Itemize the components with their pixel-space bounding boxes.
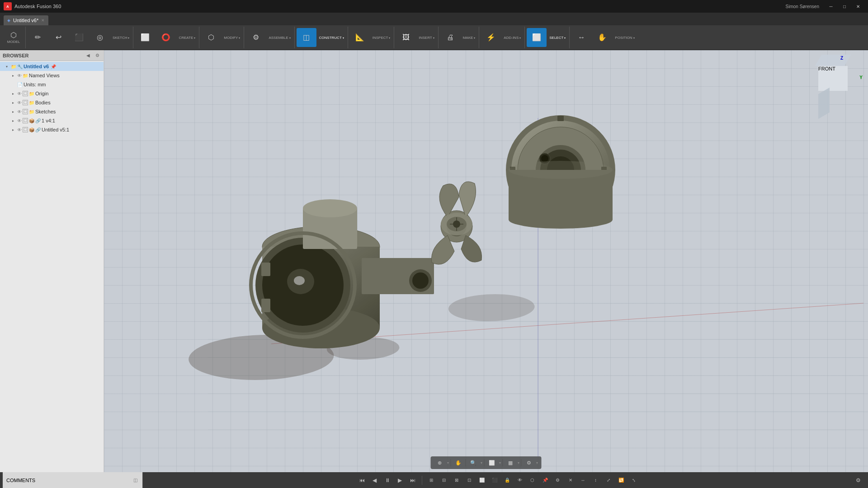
- inspect-dropdown[interactable]: INSPECT ▾: [371, 28, 392, 47]
- vc-zoom-button[interactable]: 🔍: [468, 458, 479, 468]
- position-button[interactable]: ↔: [571, 28, 591, 47]
- origin-check-icon: ☐: [23, 91, 28, 96]
- tree-item-bodies[interactable]: ▸ 👁 ☐ 📁 Bodies: [0, 98, 104, 107]
- timeline-rot-button[interactable]: ↕: [590, 475, 601, 486]
- construct-dropdown[interactable]: CONSTRUCT ▾: [317, 28, 346, 47]
- browser-title: BROWSER: [3, 53, 28, 58]
- named-views-expand-icon[interactable]: ▸: [10, 72, 16, 79]
- make-3d-button[interactable]: 🖨: [440, 28, 460, 47]
- close-button[interactable]: ✕: [852, 2, 864, 11]
- comments-expand-button[interactable]: ◫: [132, 477, 139, 484]
- maximize-button[interactable]: □: [838, 2, 851, 11]
- create-box-icon: ⬜: [141, 34, 150, 41]
- root-component-icon: 🔧: [17, 64, 23, 69]
- sketches-label: Sketches: [35, 109, 56, 114]
- insert-decal-button[interactable]: 🖼: [396, 28, 416, 47]
- vc-env-button[interactable]: ⚙: [524, 458, 534, 468]
- browser-collapse-button[interactable]: ◀: [85, 52, 92, 59]
- tree-item-origin[interactable]: ▸ 👁 ☐ 📁 Origin: [0, 89, 104, 98]
- inspect-measure-button[interactable]: 📐: [350, 28, 370, 47]
- sketch-project-button[interactable]: ◎: [90, 28, 110, 47]
- tab-close-button[interactable]: ✕: [41, 18, 45, 23]
- timeline-sup-button[interactable]: ⬡: [527, 475, 538, 486]
- origin-expand-icon[interactable]: ▸: [10, 90, 16, 97]
- modify-group: ⬡ MODIFY ▾: [199, 27, 244, 48]
- tree-item-sketches[interactable]: ▸ 👁 ☐ 📁 Sketches: [0, 107, 104, 116]
- timeline-joints-button[interactable]: ⚙: [552, 475, 563, 486]
- settings-button[interactable]: ⚙: [853, 475, 863, 486]
- timeline-fix-button[interactable]: 📌: [540, 475, 551, 486]
- timeline-fit-button[interactable]: ⤢: [603, 475, 614, 486]
- position-grab-button[interactable]: ✋: [592, 28, 612, 47]
- tree-item-root[interactable]: ▾ 📁 🔧 Untitled v6 📌: [0, 62, 104, 71]
- playback-play-button[interactable]: ▶: [395, 475, 406, 486]
- assemble-joint-button[interactable]: ⚙: [246, 28, 266, 47]
- sketch-dropdown[interactable]: SKETCH ▾: [111, 28, 131, 47]
- units-icons: 📄: [17, 82, 23, 87]
- create-box-button[interactable]: ⬜: [135, 28, 155, 47]
- tree-item-units[interactable]: 📄 Units: mm: [0, 80, 104, 89]
- named-views-folder-icon: 📁: [23, 73, 28, 78]
- timeline-del-button[interactable]: ⊡: [464, 475, 475, 486]
- playback-last-button[interactable]: ⏭: [407, 475, 418, 486]
- select-button[interactable]: ⬜: [527, 28, 547, 47]
- playback-prev-button[interactable]: ◀: [369, 475, 380, 486]
- minimize-button[interactable]: ─: [825, 2, 837, 11]
- timeline-cross-button[interactable]: ✕: [565, 475, 576, 486]
- create-cyl-button[interactable]: ⭕: [156, 28, 176, 47]
- tree-item-v41[interactable]: ▸ 👁 ☐ 📦 🔗 1 v4:1: [0, 116, 104, 125]
- playback-first-button[interactable]: ⏮: [357, 475, 368, 486]
- vc-pan-button[interactable]: ✋: [453, 458, 464, 468]
- timeline-frame-button[interactable]: ⊟: [439, 475, 449, 486]
- assemble-dropdown[interactable]: ASSEMBLE ▾: [267, 28, 292, 47]
- addins-dropdown[interactable]: ADD-INS ▾: [502, 28, 523, 47]
- sketch-edit-button[interactable]: ✏: [28, 28, 47, 47]
- tree-item-named-views[interactable]: ▸ 👁 📁 Named Views: [0, 71, 104, 80]
- sketch-stop-button[interactable]: ⬛: [69, 28, 89, 47]
- sketches-check-icon: ☐: [23, 109, 28, 114]
- assemble-label: ASSEMBLE ▾: [269, 36, 290, 40]
- inspect-group: 📐 INSPECT ▾: [348, 27, 395, 48]
- create-dropdown[interactable]: CREATE ▾: [177, 28, 197, 47]
- timeline-ungp-button[interactable]: ⬛: [489, 475, 500, 486]
- select-dropdown[interactable]: SELECT ▾: [547, 28, 567, 47]
- tab-untitled[interactable]: ◈ Untitled v6* ✕: [4, 15, 48, 25]
- timeline-sel-button[interactable]: ⊠: [451, 475, 462, 486]
- timeline-grp-button[interactable]: ⬜: [476, 475, 487, 486]
- sketch-undo-button[interactable]: ↩: [48, 28, 68, 47]
- vc-orbit-button[interactable]: ⊕: [434, 458, 445, 468]
- timeline-repeat-button[interactable]: 🔁: [616, 475, 627, 486]
- model-mode-button[interactable]: ⬡ MODEL: [4, 28, 24, 47]
- modify-press-button[interactable]: ⬡: [201, 28, 221, 47]
- vc-display-button[interactable]: ⬜: [486, 458, 497, 468]
- timeline-end-button[interactable]: ⤣: [628, 475, 639, 486]
- timeline-vis-button[interactable]: 👁: [514, 475, 525, 486]
- root-pin-icon[interactable]: 📌: [51, 64, 56, 69]
- bodies-expand-icon[interactable]: ▸: [10, 99, 16, 106]
- position-dropdown[interactable]: POSITION ▾: [613, 28, 636, 47]
- svg-point-27: [303, 199, 357, 217]
- viewcube[interactable]: FRONT Z Y: [818, 55, 863, 100]
- playback-controls: ⏮ ◀ ⏸ ▶ ⏭ ⊞ ⊟ ⊠ ⊡ ⬜ ⬛ 🔒 👁 ⬡ 📌 ⚙ ✕ ↔ ↕ ⤢ …: [143, 475, 853, 486]
- timeline-lock-button[interactable]: 🔒: [502, 475, 513, 486]
- make-dropdown[interactable]: MAKE ▾: [461, 28, 477, 47]
- v41-expand-icon[interactable]: ▸: [10, 117, 16, 124]
- bodies-folder-icon: 📁: [29, 100, 34, 105]
- modify-dropdown[interactable]: MODIFY ▾: [222, 28, 242, 47]
- playback-pause-button[interactable]: ⏸: [382, 475, 393, 486]
- vc-grid-button[interactable]: ▦: [505, 458, 516, 468]
- root-expand-icon[interactable]: ▾: [4, 63, 10, 70]
- select-icon: ⬜: [532, 34, 541, 41]
- construct-plane-button[interactable]: ◫: [297, 28, 316, 47]
- insert-dropdown[interactable]: INSERT ▾: [417, 28, 436, 47]
- timeline-key-button[interactable]: ⊞: [426, 475, 437, 486]
- addins-scripts-button[interactable]: ⚡: [481, 28, 501, 47]
- sketches-expand-icon[interactable]: ▸: [10, 108, 16, 115]
- tree-item-untitled-v51[interactable]: ▸ 👁 ☐ 📦 🔗 Untitled v5:1: [0, 125, 104, 134]
- v51-expand-icon[interactable]: ▸: [10, 127, 16, 133]
- timeline-move-button[interactable]: ↔: [578, 475, 589, 486]
- sketch-arrow: ▾: [128, 36, 129, 39]
- viewport[interactable]: FRONT Z Y ⊕ ▾ ✋ 🔍 ▾ ⬜ ▾ ▦ ▾ ⚙ ▾: [104, 50, 868, 488]
- modify-arrow: ▾: [239, 36, 240, 39]
- browser-settings-button[interactable]: ⚙: [94, 52, 101, 59]
